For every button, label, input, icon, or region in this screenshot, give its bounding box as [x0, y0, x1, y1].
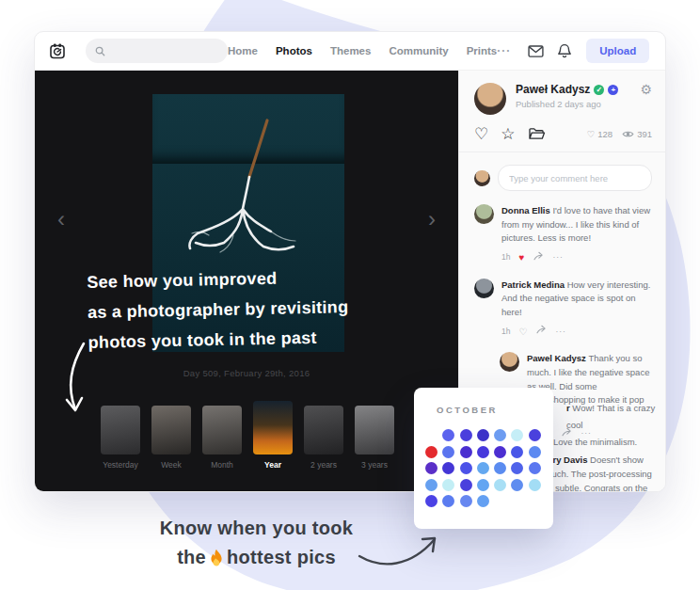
thumbnail-label: Year	[253, 460, 293, 470]
day-dot[interactable]	[511, 446, 523, 458]
calendar-popup: OCTOBER	[414, 388, 553, 529]
day-dot[interactable]	[460, 479, 472, 491]
comment-author[interactable]: Patrick Medina	[501, 279, 567, 290]
comment-meta: 1h♥···	[501, 250, 652, 265]
day-dot[interactable]	[529, 462, 541, 474]
day-dot[interactable]	[442, 429, 454, 441]
views-count: 391	[622, 129, 652, 139]
thumbnail-image[interactable]	[253, 401, 293, 454]
day-dot[interactable]	[494, 446, 506, 458]
next-photo-button[interactable]: ›	[428, 208, 436, 231]
day-dot[interactable]	[511, 429, 523, 441]
comment-time: 1h	[501, 326, 510, 338]
day-dot[interactable]	[477, 429, 489, 441]
thumbnail-year[interactable]: Year	[253, 401, 293, 470]
day-dot[interactable]	[425, 495, 438, 507]
comment: Patrick Medina How very interesting. And…	[474, 279, 652, 340]
gear-icon[interactable]: ⚙	[640, 83, 652, 96]
author-name[interactable]: Paweł Kadysz	[516, 83, 590, 96]
post-actions: ♡ ☆ ♡ 128	[459, 115, 665, 151]
commenter-avatar	[474, 170, 490, 186]
day-dot[interactable]	[442, 462, 454, 474]
comment-more-icon[interactable]: ···	[555, 326, 566, 338]
day-dot[interactable]	[511, 462, 523, 474]
marketing-note-hottest: Know when you took the hottest pics	[151, 514, 362, 572]
comment-avatar[interactable]	[474, 279, 494, 298]
thumbnail-label: Week	[151, 460, 191, 470]
thumbnail-image[interactable]	[304, 406, 343, 454]
thumbnail-label: 3 years	[355, 460, 394, 470]
day-dot[interactable]	[460, 446, 472, 458]
upload-button[interactable]: Upload	[586, 39, 649, 63]
day-dot[interactable]	[442, 479, 454, 491]
comment: Donna Ellis I'd love to have that view f…	[474, 204, 652, 265]
day-dot[interactable]	[460, 462, 472, 474]
nav-item-prints[interactable]: Prints	[467, 45, 498, 56]
thumbnail-3-years[interactable]: 3 years	[355, 406, 394, 470]
day-dot[interactable]	[460, 495, 472, 507]
heart-count-icon: ♡	[587, 129, 596, 139]
comment-input[interactable]	[498, 165, 652, 191]
topbar-icons	[528, 43, 571, 58]
messages-icon[interactable]	[528, 45, 544, 57]
tookapic-logo[interactable]	[48, 41, 67, 60]
search-input[interactable]	[111, 45, 218, 57]
publish-time: Published 2 days ago	[516, 99, 640, 109]
search-bar[interactable]	[86, 39, 228, 63]
timeline-thumbnails: YesterdayWeekMonthYear2 years3 years	[101, 401, 394, 470]
like-heart-icon[interactable]: ♡	[474, 126, 488, 142]
day-dot[interactable]	[529, 429, 541, 441]
notifications-bell-icon[interactable]	[558, 43, 571, 58]
reply-icon[interactable]	[535, 325, 547, 334]
app-window: HomePhotosThemesCommunityPrints ··· Uplo…	[34, 31, 666, 492]
fire-icon	[209, 549, 224, 566]
day-dot[interactable]	[460, 429, 472, 441]
marketing-note-improve: See how you improved as a photographer b…	[87, 262, 349, 358]
thumbnail-image[interactable]	[202, 406, 242, 454]
comment-author[interactable]: Pawel Kadysz	[527, 353, 588, 363]
thumbnail-2-years[interactable]: 2 years	[304, 406, 343, 470]
favorite-star-icon[interactable]: ☆	[501, 126, 515, 142]
nav-item-photos[interactable]: Photos	[276, 45, 312, 56]
comment-meta: 1h♡···	[501, 325, 652, 340]
nav-item-community[interactable]: Community	[389, 45, 448, 56]
nav-item-themes[interactable]: Themes	[330, 45, 371, 56]
top-navigation-bar: HomePhotosThemesCommunityPrints ··· Uplo…	[35, 32, 665, 71]
day-dot[interactable]	[477, 446, 489, 458]
day-dot[interactable]	[477, 462, 489, 474]
page: { "colors":{ "blob":"#e5e8fa","accent":"…	[0, 0, 700, 590]
day-dot[interactable]	[425, 446, 438, 458]
day-dot[interactable]	[494, 462, 506, 474]
thumbnail-yesterday[interactable]: Yesterday	[101, 406, 140, 470]
day-dot[interactable]	[529, 446, 541, 458]
day-dot[interactable]	[494, 429, 506, 441]
comment-avatar[interactable]	[474, 204, 494, 224]
day-dot[interactable]	[477, 495, 489, 507]
reply-icon[interactable]	[533, 251, 544, 261]
day-dot[interactable]	[529, 479, 541, 491]
previous-photo-button[interactable]: ‹	[57, 208, 65, 231]
more-menu[interactable]: ···	[497, 44, 511, 57]
day-dot[interactable]	[442, 446, 454, 458]
window-content: ‹ › Day 509, February 29th, 2016 See how…	[35, 71, 665, 492]
thumbnail-month[interactable]: Month	[202, 406, 242, 470]
nav-item-home[interactable]: Home	[228, 45, 258, 56]
day-dot[interactable]	[477, 479, 489, 491]
thumbnail-image[interactable]	[101, 406, 140, 454]
comment-time: 1h	[501, 251, 510, 263]
thumbnail-image[interactable]	[355, 406, 394, 454]
comment-like-icon[interactable]: ♡	[518, 325, 527, 340]
thumbnail-image[interactable]	[151, 406, 191, 454]
comment-author[interactable]: Donna Ellis	[501, 205, 552, 215]
day-dot[interactable]	[442, 495, 454, 507]
collection-folder-icon[interactable]	[528, 127, 546, 141]
day-dot[interactable]	[425, 479, 438, 491]
author-avatar[interactable]	[474, 83, 506, 115]
comment-avatar[interactable]	[500, 352, 519, 372]
comment-like-icon[interactable]: ♥	[518, 250, 524, 265]
thumbnail-week[interactable]: Week	[151, 406, 191, 470]
day-dot[interactable]	[425, 462, 438, 474]
day-dot[interactable]	[511, 479, 523, 491]
comment-more-icon[interactable]: ···	[552, 251, 564, 263]
day-dot[interactable]	[494, 479, 506, 491]
